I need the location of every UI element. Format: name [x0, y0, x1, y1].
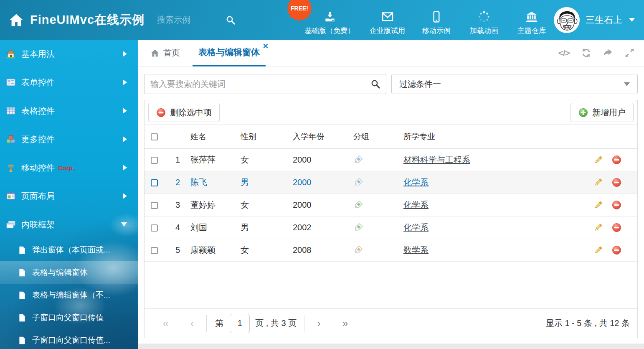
- chevron-right-icon: [123, 108, 127, 114]
- nav-label: 企业版试用: [370, 26, 405, 36]
- search-icon[interactable]: [226, 15, 236, 25]
- sidebar-item-more-controls[interactable]: 更多控件: [0, 125, 138, 153]
- sidebar-item-basic-usage[interactable]: 基本用法: [0, 40, 138, 68]
- row-checkbox[interactable]: [151, 224, 158, 232]
- sidebar-subitem-grid-edit-window-2[interactable]: 表格与编辑窗体（不...: [0, 284, 138, 306]
- share-icon[interactable]: [603, 48, 613, 58]
- frames-icon: [6, 219, 16, 229]
- delete-icon[interactable]: [612, 200, 621, 210]
- header-search-input[interactable]: [157, 15, 220, 25]
- tab-tools: </>: [558, 48, 635, 58]
- sidebar-item-form-controls[interactable]: 表单控件: [0, 68, 138, 97]
- delete-icon[interactable]: [612, 155, 621, 165]
- edit-icon[interactable]: [593, 245, 603, 255]
- free-badge: FREE!: [287, 0, 312, 20]
- cell-year: 2000: [288, 148, 348, 171]
- tag-icon: [353, 155, 363, 165]
- tab-active-label: 表格与编辑窗体: [198, 46, 260, 58]
- table-row: 2 陈飞 男 2000 化学系: [145, 171, 637, 194]
- page-number-input[interactable]: [230, 314, 250, 333]
- chevron-right-icon: [123, 165, 127, 171]
- edit-icon[interactable]: [593, 178, 603, 187]
- edit-icon[interactable]: [593, 200, 603, 210]
- tab-grid-edit-window[interactable]: 表格与编辑窗体: [193, 40, 266, 66]
- filter-dropdown[interactable]: 过滤条件一: [391, 74, 638, 94]
- keyword-search: [144, 74, 386, 94]
- first-page-button[interactable]: «: [152, 317, 180, 329]
- major-link[interactable]: 材料科学与工程系: [403, 155, 470, 164]
- major-link[interactable]: 化学系: [403, 178, 428, 187]
- header-nav: 基础版（免费） 企业版试用 移动示例 加载动画 主题仓库: [305, 5, 548, 36]
- row-checkbox[interactable]: [151, 179, 158, 186]
- edit-icon[interactable]: [593, 155, 603, 165]
- cell-name: 张萍萍: [185, 148, 236, 171]
- cell-name: 刘国: [185, 216, 236, 239]
- major-link[interactable]: 化学系: [403, 223, 428, 232]
- sidebar-item-inline-frame[interactable]: 内联框架: [0, 210, 138, 239]
- home-icon[interactable]: [8, 12, 24, 28]
- nav-enterprise-trial[interactable]: 企业版试用: [370, 5, 405, 36]
- delete-icon[interactable]: [612, 178, 621, 187]
- sidebar-subitem-grid-edit-window[interactable]: 表格与编辑窗体: [0, 261, 138, 284]
- sidebar-item-mobile-controls[interactable]: 移动控件 Corp.: [0, 153, 138, 182]
- row-checkbox[interactable]: [151, 247, 158, 254]
- sidebar-subitem-child-to-parent-2[interactable]: 子窗口向父窗口传值...: [0, 329, 138, 349]
- sidebar-item-label: 表格控件: [21, 105, 55, 117]
- filter-row: 过滤条件一: [138, 66, 644, 94]
- select-all-checkbox[interactable]: [151, 133, 158, 140]
- cell-year: 2008: [288, 239, 348, 261]
- sidebar-item-label: 基本用法: [21, 48, 55, 60]
- last-page-button[interactable]: »: [331, 317, 359, 329]
- edit-icon[interactable]: [593, 223, 603, 232]
- keyword-search-input[interactable]: [144, 74, 386, 94]
- nav-basic-edition[interactable]: 基础版（免费）: [305, 5, 355, 36]
- delete-selected-button[interactable]: 删除选中项: [148, 103, 220, 122]
- sidebar-subitem-label: 子窗口向父窗口传值: [32, 312, 104, 323]
- delete-icon[interactable]: [612, 245, 621, 255]
- sidebar-item-page-layout[interactable]: 页面布局: [0, 182, 138, 210]
- grid-empty-area: [145, 262, 637, 309]
- close-icon[interactable]: [263, 43, 268, 48]
- bank-icon: [525, 10, 538, 23]
- row-number: 5: [165, 239, 185, 261]
- user-menu[interactable]: 三生石上: [554, 7, 635, 33]
- column-year: 入学年份: [288, 125, 348, 148]
- mobile-icon: [430, 10, 443, 23]
- prev-page-button[interactable]: ‹: [180, 317, 205, 329]
- table-icon: [6, 106, 16, 116]
- tab-home[interactable]: 首页: [150, 47, 180, 59]
- delete-icon[interactable]: [612, 223, 621, 232]
- nav-loading-animation[interactable]: 加载动画: [468, 5, 500, 36]
- nav-mobile-demo[interactable]: 移动示例: [420, 5, 453, 36]
- sidebar-subitem-label: 表格与编辑窗体: [32, 267, 88, 278]
- refresh-icon[interactable]: [581, 48, 591, 58]
- header-search: [157, 15, 236, 25]
- sidebar-subitem-label: 子窗口向父窗口传值...: [32, 335, 110, 346]
- corp-badge: Corp.: [58, 164, 74, 171]
- cell-gender: 女: [236, 194, 288, 216]
- main-content: 首页 表格与编辑窗体 </> 过滤条件一 删除选中项: [138, 40, 644, 344]
- search-icon[interactable]: [370, 79, 380, 89]
- sidebar-subitem-label: 弹出窗体（本页面或...: [32, 245, 110, 255]
- row-checkbox[interactable]: [151, 157, 158, 164]
- file-icon: [18, 336, 26, 345]
- nav-theme-repo[interactable]: 主题仓库: [515, 5, 548, 36]
- sidebar-subitem-popup-window[interactable]: 弹出窗体（本页面或...: [0, 239, 138, 261]
- file-icon: [18, 313, 26, 322]
- major-link[interactable]: 化学系: [403, 200, 428, 209]
- free-badge-text: FREE!: [287, 0, 312, 20]
- sidebar-subitem-child-to-parent[interactable]: 子窗口向父窗口传值: [0, 306, 138, 329]
- row-checkbox[interactable]: [151, 202, 158, 209]
- expand-icon[interactable]: [624, 48, 635, 58]
- next-page-button[interactable]: ›: [306, 317, 331, 329]
- home-icon: [150, 48, 160, 58]
- code-icon[interactable]: </>: [558, 48, 570, 58]
- nav-label: 加载动画: [470, 26, 498, 36]
- envelope-icon: [381, 10, 394, 23]
- major-link[interactable]: 数学系: [403, 245, 428, 255]
- sidebar-subitem-label: 表格与编辑窗体（不...: [32, 290, 110, 301]
- nav-label: 移动示例: [422, 26, 451, 36]
- antenna-icon: [6, 163, 16, 173]
- sidebar-item-table-controls[interactable]: 表格控件: [0, 97, 138, 125]
- add-user-button[interactable]: 新增用户: [570, 103, 634, 122]
